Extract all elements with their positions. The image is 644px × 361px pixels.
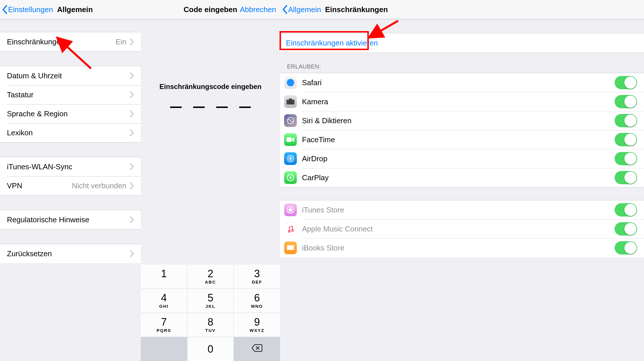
toggle-switch[interactable] <box>615 76 637 89</box>
backspace-icon <box>251 344 263 354</box>
key-blank <box>141 337 187 361</box>
siri-icon <box>284 114 297 127</box>
row-datetime[interactable]: Datum & Uhrzeit <box>0 66 141 85</box>
toggle-switch[interactable] <box>615 152 637 165</box>
toggle-switch[interactable] <box>615 203 637 216</box>
nav-bar: Allgemein Einschränkungen <box>280 0 644 19</box>
app-label: Apple Music Connect <box>302 225 615 233</box>
settings-general-pane: Einstellungen Allgemein Einschränkungen … <box>0 0 141 361</box>
app-label: AirDrop <box>302 154 615 163</box>
cancel-button[interactable]: Abbrechen <box>240 5 276 14</box>
chevron-right-icon <box>130 38 134 45</box>
toggle-switch[interactable] <box>615 133 637 146</box>
group-store-apps: iTunes Store Apple Music Connect iBooks … <box>280 200 644 257</box>
carplay-icon <box>284 171 297 184</box>
nav-bar: Code eingeben Abbrechen <box>141 0 280 19</box>
row-label: iTunes-WLAN-Sync <box>7 162 130 171</box>
back-label: Einstellungen <box>8 5 53 14</box>
camera-icon <box>284 95 297 108</box>
passcode-dash <box>216 105 228 108</box>
passcode-dash <box>193 105 205 108</box>
chevron-right-icon <box>130 250 134 257</box>
passcode-dash <box>170 105 182 108</box>
svg-rect-9 <box>286 137 292 142</box>
row-keyboard[interactable]: Tastatur <box>0 85 141 104</box>
key-3[interactable]: 3DEF <box>234 265 280 288</box>
app-label: Kamera <box>302 97 615 106</box>
key-digit: 2 <box>208 269 213 279</box>
nav-title: Code eingeben <box>184 5 237 14</box>
app-row-apple-music: Apple Music Connect <box>280 219 644 238</box>
key-backspace[interactable] <box>234 337 280 361</box>
group-restrictions: Einschränkungen Ein <box>0 32 141 52</box>
app-row-itunes-store: iTunes Store <box>280 200 644 219</box>
row-vpn[interactable]: VPN Nicht verbunden <box>0 176 141 195</box>
key-letters: TUV <box>205 328 216 333</box>
key-2[interactable]: 2ABC <box>187 265 234 288</box>
svg-point-7 <box>290 101 291 103</box>
row-itunes-sync[interactable]: iTunes-WLAN-Sync <box>0 157 141 176</box>
back-label: Allgemein <box>288 5 321 14</box>
row-label: Sprache & Region <box>7 109 130 118</box>
group-gap <box>280 187 644 200</box>
app-row-facetime: FaceTime <box>280 130 644 149</box>
key-digit: 3 <box>254 269 260 279</box>
toggle-switch[interactable] <box>615 222 637 235</box>
restrictions-pane: Allgemein Einschränkungen Einschränkunge… <box>280 0 644 361</box>
key-letters: GHI <box>159 304 169 309</box>
group-allow-apps: Safari Kamera Siri & Diktieren FaceTime <box>280 73 644 187</box>
numeric-keypad: 1 2ABC 3DEF 4GHI 5JKL 6MNO 7PQRS 8TUV 9W… <box>141 265 280 361</box>
key-letters: DEF <box>252 280 262 284</box>
key-letters: WXYZ <box>250 328 264 333</box>
row-label: Tastatur <box>7 90 130 99</box>
toggle-switch[interactable] <box>615 241 637 254</box>
key-7[interactable]: 7PQRS <box>141 313 187 337</box>
toggle-switch[interactable] <box>615 171 637 184</box>
key-5[interactable]: 5JKL <box>187 289 234 313</box>
apple-music-icon <box>284 223 297 235</box>
key-4[interactable]: 4GHI <box>141 289 187 313</box>
app-label: Safari <box>302 78 615 87</box>
chevron-right-icon <box>130 182 134 189</box>
chevron-right-icon <box>130 163 134 170</box>
passcode-prompt: Einschränkungscode eingeben <box>159 83 262 91</box>
toggle-switch[interactable] <box>615 114 637 127</box>
airdrop-icon <box>284 152 297 165</box>
key-digit: 6 <box>254 293 260 303</box>
key-letters: PQRS <box>157 328 171 333</box>
svg-point-15 <box>288 230 290 231</box>
ibooks-store-icon <box>284 242 297 254</box>
row-language[interactable]: Sprache & Region <box>0 104 141 123</box>
row-label: Datum & Uhrzeit <box>7 71 130 80</box>
key-9[interactable]: 9WXYZ <box>234 313 280 337</box>
facetime-icon <box>284 133 297 146</box>
row-dictionary[interactable]: Lexikon <box>0 123 141 142</box>
key-0[interactable]: 0 <box>187 337 234 361</box>
chevron-right-icon <box>130 110 134 117</box>
chevron-left-icon <box>2 5 7 14</box>
app-row-ibooks-store: iBooks Store <box>280 238 644 257</box>
key-8[interactable]: 8TUV <box>187 313 234 337</box>
toggle-switch[interactable] <box>615 95 637 108</box>
key-digit: 7 <box>161 317 167 327</box>
back-button-settings[interactable]: Einstellungen <box>0 5 53 14</box>
group-network: iTunes-WLAN-Sync VPN Nicht verbunden <box>0 157 141 195</box>
key-6[interactable]: 6MNO <box>234 289 280 313</box>
activate-restrictions-row[interactable]: Einschränkungen aktivieren <box>280 33 644 53</box>
row-restrictions[interactable]: Einschränkungen Ein <box>0 32 141 51</box>
back-button-general[interactable]: Allgemein <box>280 5 321 14</box>
nav-title: Allgemein <box>57 5 93 14</box>
key-letters: ABC <box>205 280 216 284</box>
row-regulatory[interactable]: Regulatorische Hinweise <box>0 210 141 229</box>
key-digit: 9 <box>254 317 260 327</box>
key-letters: MNO <box>251 304 263 309</box>
key-1[interactable]: 1 <box>141 265 187 288</box>
chevron-left-icon <box>282 5 288 14</box>
chevron-right-icon <box>130 129 134 136</box>
safari-icon <box>284 76 297 89</box>
chevron-right-icon <box>130 91 134 98</box>
row-reset[interactable]: Zurücksetzen <box>0 244 141 263</box>
row-label: Einschränkungen <box>7 37 115 46</box>
svg-point-3 <box>287 79 294 86</box>
svg-point-16 <box>292 229 293 230</box>
